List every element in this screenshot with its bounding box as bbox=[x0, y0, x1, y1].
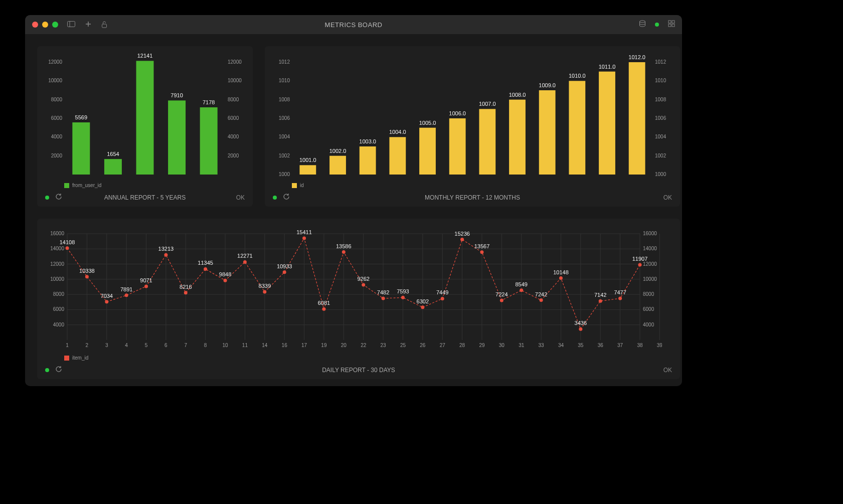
svg-text:25: 25 bbox=[400, 343, 406, 348]
svg-text:1007.0: 1007.0 bbox=[479, 101, 496, 107]
svg-point-177 bbox=[302, 236, 306, 240]
svg-text:15411: 15411 bbox=[296, 229, 312, 235]
svg-point-187 bbox=[401, 296, 405, 299]
svg-rect-62 bbox=[539, 90, 556, 175]
svg-text:20: 20 bbox=[341, 343, 347, 348]
svg-text:9848: 9848 bbox=[219, 271, 231, 277]
svg-text:1: 1 bbox=[66, 343, 69, 348]
svg-text:22: 22 bbox=[361, 343, 367, 348]
svg-rect-26 bbox=[136, 61, 154, 175]
svg-text:7034: 7034 bbox=[101, 293, 113, 299]
svg-text:1002: 1002 bbox=[655, 153, 666, 158]
svg-text:6: 6 bbox=[164, 343, 167, 348]
svg-text:7891: 7891 bbox=[120, 286, 132, 292]
annual-legend-label: from_user_id bbox=[72, 183, 101, 188]
svg-text:3: 3 bbox=[105, 343, 108, 348]
svg-text:7142: 7142 bbox=[594, 292, 606, 298]
svg-text:7477: 7477 bbox=[614, 289, 626, 295]
svg-text:4000: 4000 bbox=[643, 322, 654, 327]
svg-point-201 bbox=[540, 298, 543, 302]
svg-text:12271: 12271 bbox=[237, 253, 253, 259]
svg-text:13213: 13213 bbox=[158, 246, 174, 252]
svg-point-171 bbox=[243, 260, 247, 264]
svg-text:7449: 7449 bbox=[436, 289, 448, 295]
zoom-window-button[interactable] bbox=[52, 22, 58, 28]
add-icon[interactable] bbox=[85, 21, 91, 28]
svg-point-191 bbox=[441, 297, 444, 300]
svg-text:4000: 4000 bbox=[53, 322, 65, 327]
svg-rect-48 bbox=[329, 156, 346, 175]
svg-text:7593: 7593 bbox=[397, 288, 409, 294]
daily-status-text: OK bbox=[663, 367, 672, 374]
svg-text:35: 35 bbox=[578, 343, 584, 348]
connection-status-indicator bbox=[655, 23, 659, 27]
refresh-button[interactable] bbox=[55, 193, 62, 202]
svg-text:16000: 16000 bbox=[50, 231, 64, 236]
svg-text:1010.0: 1010.0 bbox=[569, 73, 586, 79]
daily-panel-title: DAILY REPORT - 30 DAYS bbox=[322, 367, 395, 374]
daily-line-chart: 4000400060006000800080001000010000120001… bbox=[45, 226, 662, 351]
annual-status-indicator bbox=[45, 196, 49, 200]
svg-text:1006: 1006 bbox=[655, 115, 666, 121]
monthly-report-panel: 1000100010021002100410041006100610081008… bbox=[265, 46, 680, 207]
svg-text:5569: 5569 bbox=[75, 114, 87, 120]
svg-text:4000: 4000 bbox=[228, 134, 239, 139]
svg-text:2: 2 bbox=[86, 343, 89, 348]
svg-text:33: 33 bbox=[539, 343, 545, 348]
svg-text:5: 5 bbox=[145, 343, 148, 348]
svg-text:26: 26 bbox=[420, 343, 426, 348]
database-icon[interactable] bbox=[639, 20, 646, 29]
annual-bar-chart: 2000200040004000600060008000800010000100… bbox=[45, 53, 245, 179]
svg-text:31: 31 bbox=[519, 343, 525, 348]
grid-icon[interactable] bbox=[668, 20, 675, 29]
svg-text:12000: 12000 bbox=[48, 59, 62, 65]
svg-point-5 bbox=[640, 21, 645, 23]
svg-point-167 bbox=[204, 267, 207, 271]
svg-rect-24 bbox=[104, 159, 122, 175]
daily-report-panel: 4000400060006000800080001000010000120001… bbox=[37, 219, 680, 379]
close-window-button[interactable] bbox=[32, 22, 38, 28]
svg-text:8000: 8000 bbox=[228, 97, 239, 102]
svg-rect-58 bbox=[479, 109, 495, 175]
sidebar-toggle-icon[interactable] bbox=[67, 21, 75, 28]
svg-text:7224: 7224 bbox=[495, 291, 508, 297]
svg-text:7: 7 bbox=[184, 343, 187, 348]
svg-text:27: 27 bbox=[440, 343, 446, 348]
annual-panel-title: ANNUAL REPORT - 5 YEARS bbox=[104, 194, 186, 201]
svg-text:6081: 6081 bbox=[318, 300, 330, 306]
minimize-window-button[interactable] bbox=[42, 22, 48, 28]
svg-text:4: 4 bbox=[125, 343, 128, 348]
svg-text:1009.0: 1009.0 bbox=[539, 82, 556, 88]
svg-text:1003.0: 1003.0 bbox=[359, 138, 376, 144]
svg-text:10148: 10148 bbox=[553, 269, 569, 275]
svg-text:10933: 10933 bbox=[277, 263, 292, 269]
svg-rect-6 bbox=[668, 21, 671, 23]
svg-point-185 bbox=[382, 296, 385, 300]
svg-point-193 bbox=[460, 238, 464, 241]
svg-point-195 bbox=[480, 250, 483, 254]
svg-rect-0 bbox=[68, 22, 75, 27]
svg-text:3436: 3436 bbox=[575, 320, 587, 326]
lock-icon[interactable] bbox=[101, 21, 107, 28]
svg-text:8000: 8000 bbox=[643, 291, 654, 297]
svg-text:6302: 6302 bbox=[417, 298, 429, 304]
svg-point-197 bbox=[500, 298, 503, 302]
svg-text:1010: 1010 bbox=[279, 78, 290, 83]
svg-text:8216: 8216 bbox=[180, 284, 192, 290]
svg-text:1002: 1002 bbox=[279, 153, 290, 158]
svg-text:8549: 8549 bbox=[515, 281, 527, 287]
svg-text:17: 17 bbox=[301, 343, 307, 348]
svg-point-207 bbox=[599, 299, 602, 303]
monthly-status-indicator bbox=[273, 196, 277, 200]
refresh-button[interactable] bbox=[55, 366, 62, 374]
svg-text:6000: 6000 bbox=[51, 115, 63, 121]
svg-text:2000: 2000 bbox=[51, 153, 63, 158]
svg-text:1001.0: 1001.0 bbox=[299, 157, 316, 163]
refresh-button[interactable] bbox=[283, 193, 290, 202]
svg-text:1012: 1012 bbox=[279, 59, 290, 65]
svg-point-165 bbox=[184, 291, 188, 294]
svg-rect-50 bbox=[360, 146, 376, 175]
svg-text:6000: 6000 bbox=[53, 306, 65, 312]
svg-rect-9 bbox=[672, 24, 675, 27]
svg-text:15236: 15236 bbox=[454, 231, 470, 237]
